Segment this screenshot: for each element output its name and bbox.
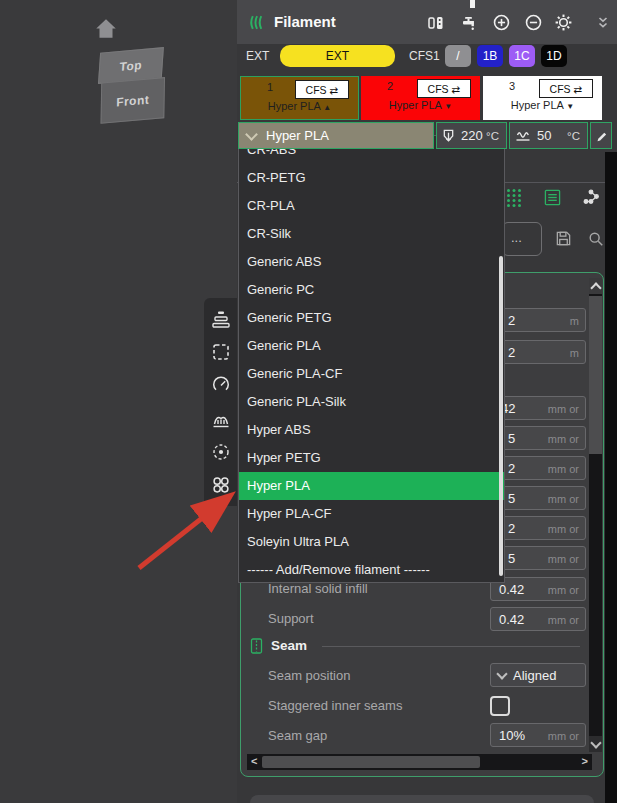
view-cube-front-face[interactable]: Front (101, 77, 166, 124)
dropdown-item[interactable]: CR-Silk (239, 220, 504, 248)
param-value: 10% (499, 728, 525, 743)
horizontal-scrollbar[interactable]: < > (247, 754, 592, 770)
support-icon[interactable] (209, 407, 233, 431)
horizontal-scrollbar-thumb[interactable] (262, 756, 480, 768)
dropdown-scrollbar-thumb[interactable] (499, 256, 503, 576)
filament-dots-tab-icon[interactable] (505, 187, 523, 213)
process-nodes-icon[interactable] (582, 188, 600, 210)
seam-position-select[interactable]: Aligned (490, 663, 586, 687)
filament-spool-icon (247, 13, 266, 32)
chevron-down-icon (590, 737, 601, 748)
remove-circle-icon[interactable] (523, 13, 543, 32)
filament-slot-3[interactable]: 3 CFS ⇄ Hyper PLA ▼ (483, 76, 602, 120)
param-value: 5 (508, 491, 515, 506)
seam-gap-input[interactable]: 10% mm or (490, 723, 586, 747)
cursor-artifact (470, 0, 475, 8)
scroll-left-button[interactable]: < (251, 755, 257, 767)
vertical-scrollbar-thumb[interactable] (589, 296, 602, 454)
filament-slot-1[interactable]: 1 CFS ⇄ Hyper PLA ▲ (240, 76, 359, 120)
cfs-chip[interactable]: CFS ⇄ (295, 80, 349, 99)
slot-filament-name: Hyper PLA (511, 99, 564, 111)
nozzle-temp-field[interactable]: 220 °C (436, 122, 507, 149)
slot-filament-name: Hyper PLA (268, 100, 321, 112)
param-label: Seam position (268, 668, 350, 683)
dropdown-item[interactable]: Generic PLA (239, 332, 504, 360)
param-value: 5 (508, 551, 515, 566)
dropdown-item-add-remove[interactable]: ------ Add/Remove filament ------ (239, 556, 504, 584)
dropdown-item[interactable]: CR-PLA (239, 192, 504, 220)
slot-arrow-icon: ▼ (444, 102, 452, 111)
filament-slot-2[interactable]: 2 CFS ⇄ Hyper PLA ▼ (361, 76, 480, 120)
slot-number: 3 (483, 80, 541, 92)
speed-gauge-icon[interactable] (209, 373, 233, 397)
search-icon[interactable] (588, 231, 604, 251)
dropdown-item[interactable]: Hyper ABS (239, 416, 504, 444)
support-input[interactable]: 0.42 mm or (490, 607, 586, 631)
param-value: 0.42 (499, 612, 524, 627)
view-cube[interactable]: Top Front (98, 47, 166, 124)
scroll-right-button[interactable]: > (582, 755, 588, 767)
dropdown-item[interactable]: Generic PETG (239, 304, 504, 332)
param-unit: mm or (548, 433, 579, 445)
staggered-inner-seams-checkbox[interactable] (490, 696, 510, 716)
dropdown-item[interactable]: Generic PC (239, 276, 504, 304)
save-icon[interactable] (555, 230, 572, 251)
extruder-sync-icon[interactable] (425, 13, 445, 32)
ext-button[interactable]: EXT (280, 45, 395, 67)
table-list-tab-icon[interactable] (544, 189, 561, 210)
dropdown-item[interactable]: Generic PLA-CF (239, 360, 504, 388)
dropdown-item[interactable]: Soleyin Ultra PLA (239, 528, 504, 556)
param-value: 0.42 (499, 582, 524, 597)
quality-layers-icon[interactable] (209, 307, 233, 331)
bed-temp-unit: °C (567, 130, 580, 142)
filament-type-select[interactable]: Hyper PLA (238, 122, 434, 149)
slot-number: 2 (361, 80, 419, 92)
cfs-slot-1c-button[interactable]: 1C (509, 45, 535, 67)
pencil-icon (595, 129, 608, 142)
param-unit: m (570, 315, 579, 327)
cfs-chip[interactable]: CFS ⇄ (417, 79, 471, 98)
dropdown-item[interactable]: CR-PETG (239, 164, 504, 192)
chevron-down-icon (245, 128, 258, 141)
others-clover-icon[interactable] (209, 473, 233, 497)
strength-infill-icon[interactable] (209, 340, 233, 364)
dropdown-item[interactable]: Hyper PETG (239, 444, 504, 472)
edit-filament-button[interactable] (590, 122, 612, 149)
bed-temp-field[interactable]: 50 °C (509, 122, 588, 149)
dropdown-item[interactable]: Hyper PLA-CF (239, 500, 504, 528)
cfs1-label: CFS1 (409, 49, 440, 63)
scroll-down-button[interactable] (589, 736, 602, 752)
param-unit: mm or (548, 403, 579, 415)
cfs-chip-label: CFS (428, 83, 449, 95)
slot-arrow-icon: ▼ (566, 102, 574, 111)
dropdown-item-selected[interactable]: Hyper PLA (239, 472, 504, 500)
cooling-target-icon[interactable] (209, 440, 233, 464)
settings-gear-icon[interactable] (553, 13, 573, 32)
nozzle-temp-unit: °C (486, 130, 499, 142)
dropdown-item[interactable]: Generic ABS (239, 248, 504, 276)
section-rule (322, 646, 580, 647)
param-unit: mm or (548, 614, 579, 626)
nozzle-temp-icon (442, 128, 455, 143)
scroll-up-button[interactable] (589, 278, 602, 294)
param-unit: mm or (548, 463, 579, 475)
cfs-slot-1b-button[interactable]: 1B (477, 45, 503, 67)
nozzle-temp-value: 220 (461, 128, 483, 143)
param-unit: mm or (548, 730, 579, 742)
cfs-slot-none-button[interactable]: / (445, 45, 471, 67)
collapse-chevrons-icon[interactable] (596, 13, 610, 32)
dropdown-item[interactable]: Generic PLA-Silk (239, 388, 504, 416)
home-icon[interactable] (93, 16, 119, 42)
param-value: 5 (508, 431, 515, 446)
param-value: 2 (508, 313, 515, 328)
cfs-chip-label: CFS (306, 84, 327, 96)
cfs-chip[interactable]: CFS ⇄ (539, 79, 593, 98)
param-value: 2 (508, 461, 515, 476)
param-unit: mm or (548, 523, 579, 535)
preset-combobox-truncated[interactable]: ... (502, 222, 542, 256)
purge-faucet-icon[interactable] (458, 13, 478, 32)
add-circle-icon[interactable] (491, 13, 511, 32)
swap-icon: ⇄ (330, 84, 339, 96)
cfs-slot-1d-button[interactable]: 1D (541, 45, 567, 67)
slot-arrow-icon: ▲ (323, 103, 331, 112)
